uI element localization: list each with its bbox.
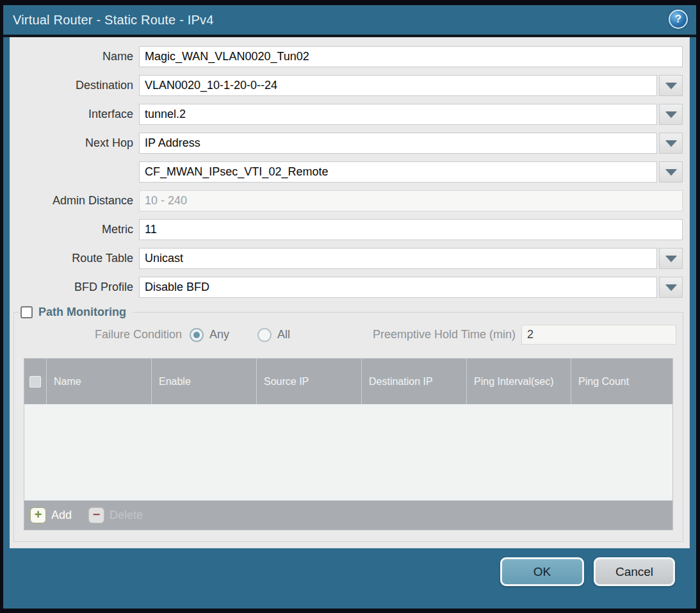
dialog-window: Virtual Router - Static Route - IPv4 ? N… bbox=[3, 5, 696, 609]
path-monitoring-table: Name Enable Source IP Destination IP Pin… bbox=[24, 358, 673, 530]
table-header-checkbox-cell bbox=[24, 359, 47, 404]
failure-condition-any-label: Any bbox=[209, 328, 229, 341]
cancel-button[interactable]: Cancel bbox=[594, 557, 675, 586]
add-button-label: Add bbox=[51, 509, 72, 522]
help-icon[interactable]: ? bbox=[669, 10, 688, 29]
form-row-name: Name bbox=[10, 46, 683, 67]
form-row-bfd-profile: BFD Profile bbox=[10, 277, 683, 298]
interface-dropdown-button[interactable] bbox=[659, 104, 683, 125]
form-row-destination: Destination bbox=[10, 75, 683, 96]
destination-label: Destination bbox=[10, 79, 133, 92]
title-bar: Virtual Router - Static Route - IPv4 ? bbox=[3, 5, 696, 37]
destination-input[interactable] bbox=[139, 75, 657, 96]
form-row-route-table: Route Table bbox=[10, 248, 683, 269]
path-monitoring-checkbox[interactable] bbox=[20, 306, 33, 318]
interface-label: Interface bbox=[10, 108, 133, 121]
metric-label: Metric bbox=[10, 223, 133, 236]
bfd-profile-label: BFD Profile bbox=[10, 281, 133, 294]
table-header-row: Name Enable Source IP Destination IP Pin… bbox=[24, 359, 672, 404]
dialog-content: Name Destination Interface bbox=[10, 37, 690, 548]
path-monitoring-table-body bbox=[24, 404, 672, 500]
path-monitoring-title: Path Monitoring bbox=[38, 306, 126, 319]
column-header-enable[interactable]: Enable bbox=[152, 359, 257, 404]
failure-condition-any-radio[interactable] bbox=[190, 328, 204, 342]
preemptive-hold-time-input[interactable] bbox=[521, 325, 676, 345]
chevron-down-icon bbox=[665, 256, 677, 262]
bfd-profile-input[interactable] bbox=[139, 277, 657, 298]
form-row-interface: Interface bbox=[10, 104, 683, 125]
column-header-name[interactable]: Name bbox=[47, 359, 152, 404]
plus-icon: + bbox=[30, 507, 46, 523]
nexthop-label: Next Hop bbox=[10, 136, 133, 150]
table-footer-bar: + Add − Delete bbox=[24, 500, 672, 530]
admin-distance-label: Admin Distance bbox=[10, 194, 133, 208]
select-all-checkbox[interactable] bbox=[29, 376, 41, 388]
interface-input[interactable] bbox=[139, 104, 657, 125]
nexthop-type-input[interactable] bbox=[139, 133, 657, 154]
chevron-down-icon bbox=[665, 140, 677, 147]
failure-condition-all-label: All bbox=[277, 328, 290, 341]
add-button[interactable]: + Add bbox=[30, 507, 72, 523]
delete-button-label: Delete bbox=[110, 509, 143, 522]
path-monitoring-section: Path Monitoring Failure Condition Any Al… bbox=[13, 306, 683, 542]
dialog-footer: OK Cancel bbox=[3, 548, 696, 609]
form-row-nexthop-address bbox=[10, 161, 683, 183]
form-row-nexthop-type: Next Hop bbox=[10, 133, 683, 154]
name-label: Name bbox=[10, 50, 133, 63]
chevron-down-icon bbox=[665, 83, 677, 89]
minus-icon: − bbox=[88, 507, 104, 523]
route-table-label: Route Table bbox=[10, 252, 133, 265]
column-header-ping-interval[interactable]: Ping Interval(sec) bbox=[467, 359, 571, 404]
form-row-admin-distance: Admin Distance bbox=[10, 190, 683, 211]
failure-condition-row: Failure Condition Any All Preemptive Hol… bbox=[14, 324, 683, 345]
nexthop-type-dropdown-button[interactable] bbox=[659, 133, 683, 154]
chevron-down-icon bbox=[665, 284, 677, 291]
dialog-title: Virtual Router - Static Route - IPv4 bbox=[13, 13, 214, 28]
metric-input[interactable] bbox=[139, 219, 683, 240]
preemptive-hold-time-label: Preemptive Hold Time (min) bbox=[290, 328, 516, 341]
column-header-source-ip[interactable]: Source IP bbox=[257, 359, 362, 404]
chevron-down-icon bbox=[665, 111, 677, 118]
path-monitoring-legend: Path Monitoring bbox=[19, 306, 133, 319]
name-input[interactable] bbox=[139, 46, 683, 67]
ok-button[interactable]: OK bbox=[500, 557, 584, 586]
destination-dropdown-button[interactable] bbox=[659, 75, 683, 96]
nexthop-address-dropdown-button[interactable] bbox=[659, 161, 683, 183]
failure-condition-all-radio[interactable] bbox=[257, 328, 272, 342]
route-table-dropdown-button[interactable] bbox=[659, 248, 683, 269]
admin-distance-input[interactable] bbox=[139, 190, 683, 211]
nexthop-address-input[interactable] bbox=[139, 161, 657, 183]
bfd-profile-dropdown-button[interactable] bbox=[659, 277, 683, 298]
column-header-ping-count[interactable]: Ping Count bbox=[571, 359, 672, 404]
failure-condition-label: Failure Condition bbox=[14, 328, 182, 341]
form-row-metric: Metric bbox=[10, 219, 683, 240]
column-header-destination-ip[interactable]: Destination IP bbox=[362, 359, 467, 404]
delete-button[interactable]: − Delete bbox=[88, 507, 143, 523]
route-table-input[interactable] bbox=[139, 248, 657, 269]
chevron-down-icon bbox=[665, 169, 677, 176]
static-route-form: Name Destination Interface bbox=[10, 37, 690, 298]
